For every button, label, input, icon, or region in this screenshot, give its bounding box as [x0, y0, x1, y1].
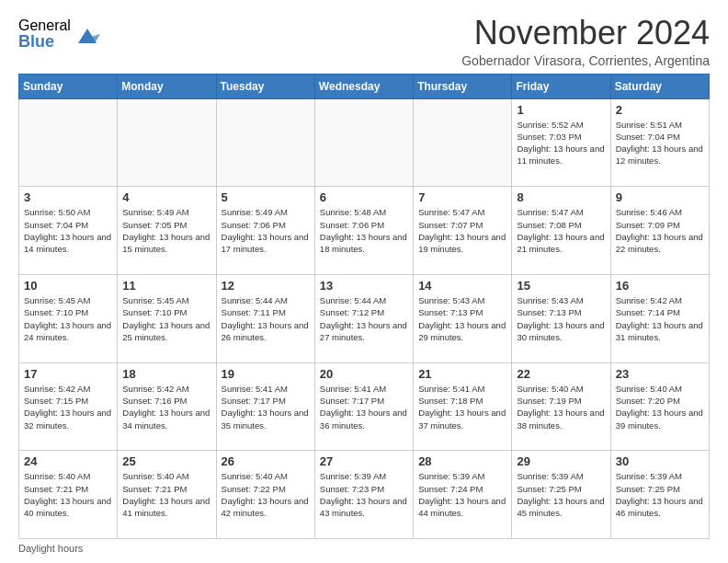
day-number: 5 — [222, 190, 310, 204]
day-info: Sunrise: 5:42 AMSunset: 7:14 PMDaylight:… — [616, 294, 704, 343]
day-info: Sunrise: 5:43 AMSunset: 7:13 PMDaylight:… — [517, 294, 605, 343]
calendar-cell: 6Sunrise: 5:48 AMSunset: 7:06 PMDaylight… — [314, 187, 413, 275]
logo-blue: Blue — [18, 33, 71, 50]
day-number: 13 — [320, 279, 408, 293]
calendar-cell: 28Sunrise: 5:39 AMSunset: 7:24 PMDayligh… — [414, 451, 512, 539]
day-number: 12 — [222, 279, 310, 293]
calendar-header-saturday: Saturday — [610, 74, 709, 98]
calendar-cell: 9Sunrise: 5:46 AMSunset: 7:09 PMDaylight… — [610, 187, 709, 275]
day-info: Sunrise: 5:47 AMSunset: 7:08 PMDaylight:… — [517, 206, 605, 255]
calendar-cell: 20Sunrise: 5:41 AMSunset: 7:17 PMDayligh… — [314, 362, 413, 451]
calendar-header-thursday: Thursday — [414, 74, 512, 98]
day-number: 17 — [24, 367, 112, 381]
calendar-cell: 16Sunrise: 5:42 AMSunset: 7:14 PMDayligh… — [610, 274, 709, 362]
day-info: Sunrise: 5:40 AMSunset: 7:21 PMDaylight:… — [24, 470, 112, 519]
day-info: Sunrise: 5:40 AMSunset: 7:22 PMDaylight:… — [222, 470, 310, 519]
day-number: 4 — [122, 190, 210, 204]
day-number: 2 — [616, 103, 704, 117]
calendar-header-friday: Friday — [512, 74, 610, 98]
calendar-header-monday: Monday — [118, 74, 216, 98]
footer: Daylight hours — [18, 543, 710, 554]
logo-text: General Blue — [18, 18, 71, 50]
calendar-cell: 26Sunrise: 5:40 AMSunset: 7:22 PMDayligh… — [216, 451, 314, 539]
calendar-cell — [118, 98, 216, 187]
calendar-cell: 18Sunrise: 5:42 AMSunset: 7:16 PMDayligh… — [118, 362, 216, 451]
day-number: 6 — [320, 190, 408, 204]
day-number: 7 — [418, 190, 506, 204]
calendar-cell: 7Sunrise: 5:47 AMSunset: 7:07 PMDaylight… — [414, 187, 512, 275]
calendar-header-wednesday: Wednesday — [314, 74, 413, 98]
calendar-cell: 19Sunrise: 5:41 AMSunset: 7:17 PMDayligh… — [216, 362, 314, 451]
day-number: 21 — [418, 367, 506, 381]
calendar-cell: 11Sunrise: 5:45 AMSunset: 7:10 PMDayligh… — [118, 274, 216, 362]
day-number: 14 — [418, 279, 506, 293]
footer-label: Daylight hours — [18, 543, 83, 554]
day-number: 30 — [616, 454, 704, 468]
day-number: 9 — [616, 190, 704, 204]
calendar-cell — [414, 98, 512, 187]
day-info: Sunrise: 5:50 AMSunset: 7:04 PMDaylight:… — [24, 206, 112, 255]
calendar-week-row: 17Sunrise: 5:42 AMSunset: 7:15 PMDayligh… — [19, 362, 710, 451]
calendar-cell: 8Sunrise: 5:47 AMSunset: 7:08 PMDaylight… — [512, 187, 610, 275]
day-info: Sunrise: 5:52 AMSunset: 7:03 PMDaylight:… — [517, 119, 605, 167]
day-number: 27 — [320, 454, 408, 468]
day-info: Sunrise: 5:44 AMSunset: 7:11 PMDaylight:… — [222, 294, 310, 343]
day-info: Sunrise: 5:51 AMSunset: 7:04 PMDaylight:… — [616, 119, 704, 167]
day-info: Sunrise: 5:46 AMSunset: 7:09 PMDaylight:… — [616, 206, 704, 255]
calendar-cell: 17Sunrise: 5:42 AMSunset: 7:15 PMDayligh… — [19, 362, 118, 451]
calendar-week-row: 3Sunrise: 5:50 AMSunset: 7:04 PMDaylight… — [19, 187, 710, 275]
day-number: 18 — [122, 367, 210, 381]
day-number: 20 — [320, 367, 408, 381]
day-number: 3 — [24, 190, 112, 204]
day-info: Sunrise: 5:43 AMSunset: 7:13 PMDaylight:… — [418, 294, 506, 343]
day-number: 28 — [418, 454, 506, 468]
logo: General Blue — [18, 18, 100, 50]
calendar-header-sunday: Sunday — [19, 74, 118, 98]
day-number: 25 — [122, 454, 210, 468]
calendar-cell: 2Sunrise: 5:51 AMSunset: 7:04 PMDaylight… — [610, 98, 709, 187]
day-number: 1 — [517, 103, 605, 117]
calendar-cell: 29Sunrise: 5:39 AMSunset: 7:25 PMDayligh… — [512, 451, 610, 539]
day-info: Sunrise: 5:47 AMSunset: 7:07 PMDaylight:… — [418, 206, 506, 255]
calendar-cell: 24Sunrise: 5:40 AMSunset: 7:21 PMDayligh… — [19, 451, 118, 539]
logo-icon — [74, 21, 100, 47]
calendar-week-row: 10Sunrise: 5:45 AMSunset: 7:10 PMDayligh… — [19, 274, 710, 362]
logo-general: General — [18, 18, 71, 33]
calendar-cell: 22Sunrise: 5:40 AMSunset: 7:19 PMDayligh… — [512, 362, 610, 451]
calendar-cell: 13Sunrise: 5:44 AMSunset: 7:12 PMDayligh… — [314, 274, 413, 362]
day-info: Sunrise: 5:40 AMSunset: 7:21 PMDaylight:… — [122, 470, 210, 519]
calendar-cell: 3Sunrise: 5:50 AMSunset: 7:04 PMDaylight… — [19, 187, 118, 275]
day-info: Sunrise: 5:42 AMSunset: 7:16 PMDaylight:… — [122, 383, 210, 431]
calendar-cell: 15Sunrise: 5:43 AMSunset: 7:13 PMDayligh… — [512, 274, 610, 362]
subtitle: Gobernador Virasora, Corrientes, Argenti… — [461, 53, 710, 68]
calendar-week-row: 24Sunrise: 5:40 AMSunset: 7:21 PMDayligh… — [19, 451, 710, 539]
calendar-cell — [314, 98, 413, 187]
day-info: Sunrise: 5:49 AMSunset: 7:05 PMDaylight:… — [122, 206, 210, 255]
day-info: Sunrise: 5:39 AMSunset: 7:23 PMDaylight:… — [320, 470, 408, 519]
calendar-cell — [19, 98, 118, 187]
calendar-cell: 4Sunrise: 5:49 AMSunset: 7:05 PMDaylight… — [118, 187, 216, 275]
month-title: November 2024 — [461, 15, 710, 52]
calendar-cell: 25Sunrise: 5:40 AMSunset: 7:21 PMDayligh… — [118, 451, 216, 539]
calendar-week-row: 1Sunrise: 5:52 AMSunset: 7:03 PMDaylight… — [19, 98, 710, 187]
day-info: Sunrise: 5:40 AMSunset: 7:19 PMDaylight:… — [517, 383, 605, 431]
day-info: Sunrise: 5:41 AMSunset: 7:17 PMDaylight:… — [222, 383, 310, 431]
day-info: Sunrise: 5:39 AMSunset: 7:24 PMDaylight:… — [418, 470, 506, 519]
day-info: Sunrise: 5:48 AMSunset: 7:06 PMDaylight:… — [320, 206, 408, 255]
day-number: 26 — [222, 454, 310, 468]
day-info: Sunrise: 5:40 AMSunset: 7:20 PMDaylight:… — [616, 383, 704, 431]
calendar-cell: 5Sunrise: 5:49 AMSunset: 7:06 PMDaylight… — [216, 187, 314, 275]
day-info: Sunrise: 5:41 AMSunset: 7:17 PMDaylight:… — [320, 383, 408, 431]
day-number: 10 — [24, 279, 112, 293]
calendar-table: SundayMondayTuesdayWednesdayThursdayFrid… — [18, 74, 710, 539]
day-number: 24 — [24, 454, 112, 468]
day-number: 16 — [616, 279, 704, 293]
day-info: Sunrise: 5:41 AMSunset: 7:18 PMDaylight:… — [418, 383, 506, 431]
calendar-cell: 10Sunrise: 5:45 AMSunset: 7:10 PMDayligh… — [19, 274, 118, 362]
day-info: Sunrise: 5:44 AMSunset: 7:12 PMDaylight:… — [320, 294, 408, 343]
page: General Blue November 2024 Gobernador Vi… — [0, 0, 728, 563]
calendar-cell: 1Sunrise: 5:52 AMSunset: 7:03 PMDaylight… — [512, 98, 610, 187]
calendar-header-row: SundayMondayTuesdayWednesdayThursdayFrid… — [19, 74, 710, 98]
calendar-cell: 27Sunrise: 5:39 AMSunset: 7:23 PMDayligh… — [314, 451, 413, 539]
day-number: 22 — [517, 367, 605, 381]
